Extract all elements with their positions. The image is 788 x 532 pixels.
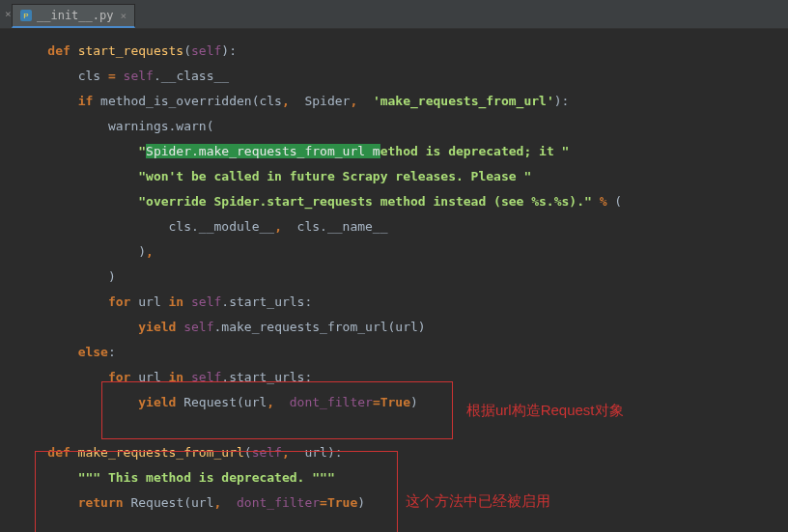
code-line: def start_requests(self): [17,39,788,64]
annotation-text-1: 根据url构造Request对象 [466,398,624,423]
code-line: "override Spider.start_requests method i… [17,189,788,214]
svg-text:P: P [23,12,28,20]
close-tab-icon[interactable]: × [120,10,127,22]
file-tab[interactable]: P __init__.py × [12,4,135,28]
close-all-icon[interactable]: × [2,8,12,20]
code-line: yield self.make_requests_from_url(url) [17,315,788,340]
code-line: warnings.warn( [17,114,788,139]
code-editor[interactable]: def start_requests(self): cls = self.__c… [0,29,788,516]
code-line: if method_is_overridden(cls, Spider, 'ma… [17,89,788,114]
code-line: for url in self.start_urls: [17,290,788,315]
code-line: else: [17,340,788,365]
code-line: cls.__module__, cls.__name__ [17,214,788,239]
tab-filename: __init__.py [37,9,113,22]
tab-bar: × P __init__.py × [0,0,788,29]
python-file-icon: P [20,10,32,21]
annotation-text-2: 这个方法中已经被启用 [406,489,550,514]
code-line: "won't be called in future Scrapy releas… [17,164,788,189]
annotation-box-2 [35,451,398,532]
annotation-box-1 [101,381,453,439]
code-line: ), [17,239,788,265]
code-line: ) [17,265,788,290]
code-line: "Spider.make_requests_from_url method is… [17,139,788,164]
text-selection: Spider.make_requests_from_url m [146,144,380,158]
code-line: cls = self.__class__ [17,64,788,89]
